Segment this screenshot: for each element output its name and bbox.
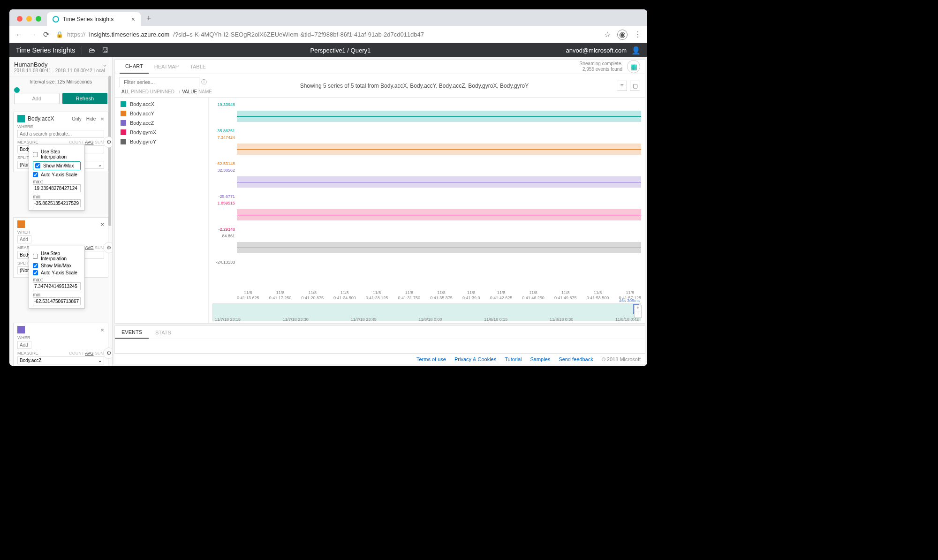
tab-chart[interactable]: CHART (120, 60, 149, 74)
sort-unpinned[interactable]: UNPINNED (150, 89, 174, 94)
chart-area[interactable]: 11/80:41:13.62511/80:41:17.25011/80:41:2… (209, 98, 645, 323)
zoom-in-button[interactable]: + (635, 305, 641, 311)
settings-popover-2: Use Step Interpolation Show Min/Max Auto… (29, 246, 85, 309)
copyright: © 2018 Microsoft (602, 356, 641, 362)
predicate-input[interactable] (17, 341, 31, 349)
user-avatar-icon[interactable]: 👤 (631, 46, 641, 55)
new-tab-button[interactable]: + (141, 14, 157, 26)
back-button[interactable]: ← (15, 30, 23, 39)
measure-select[interactable]: Body.accZ⌄ (17, 356, 104, 364)
min-input[interactable] (33, 297, 81, 305)
sort-all[interactable]: ALL (121, 89, 129, 94)
samples-link[interactable]: Samples (530, 356, 551, 362)
save-icon[interactable]: 🖫 (102, 46, 108, 54)
series-row[interactable]: Body.accZ (115, 118, 208, 128)
sort-pinned[interactable]: PINNED (131, 89, 149, 94)
help-icon[interactable]: ⓘ (201, 78, 207, 86)
chart-toolbar: ⓘ ALL PINNED UNPINNED ↕ VALUE NAME Showi… (114, 74, 645, 98)
close-icon[interactable]: × (100, 115, 104, 122)
gear-icon[interactable]: ⚙ (103, 348, 113, 359)
close-window-icon[interactable] (17, 16, 23, 22)
time-range: 2018-11-08 00:41 - 2018-11-08 00:42 Loca… (14, 68, 107, 73)
open-folder-icon[interactable]: 🗁 (89, 46, 95, 54)
status-line-1: Streaming complete. (579, 61, 622, 67)
y-max-label: 19.33948 (211, 102, 235, 107)
only-button[interactable]: Only (72, 116, 82, 121)
forward-button[interactable]: → (29, 30, 37, 39)
gear-icon[interactable]: ⚙ (103, 136, 113, 148)
timeline-tick: 11/7/18 23:15 (215, 317, 241, 322)
feedback-link[interactable]: Send feedback (559, 356, 593, 362)
auto-y-scale-toggle[interactable]: Auto Y-axis Scale (33, 172, 81, 177)
series-row[interactable]: Body.accY (115, 109, 208, 118)
sort-name[interactable]: NAME (198, 89, 212, 94)
min-label: min: (33, 292, 81, 297)
series-track (237, 149, 641, 150)
series-track (237, 182, 641, 182)
hide-button[interactable]: Hide (86, 116, 96, 121)
step-interpolation-toggle[interactable]: Use Step Interpolation (33, 251, 81, 261)
tab-events[interactable]: EVENTS (115, 326, 149, 339)
tutorial-link[interactable]: Tutorial (505, 356, 522, 362)
x-tick: 11/80:41:49.875 (554, 290, 577, 301)
gear-icon[interactable]: ⚙ (103, 242, 113, 253)
y-min-label: -2.29348 (211, 227, 235, 232)
minimize-window-icon[interactable] (26, 16, 32, 22)
y-max-label: 84.861 (211, 234, 235, 238)
footer: Terms of use Privacy & Cookies Tutorial … (114, 354, 645, 364)
color-swatch (121, 101, 126, 107)
url-field[interactable]: 🔒 https://insights.timeseries.azure.com/… (56, 31, 598, 38)
timeline-tick: 11/8/18 0:15 (484, 317, 507, 322)
tab-table[interactable]: TABLE (184, 60, 212, 74)
grid-view-icon[interactable]: ▦ (627, 60, 640, 73)
tab-heatmap[interactable]: HEATMAP (149, 60, 184, 74)
maximize-window-icon[interactable] (36, 16, 41, 22)
predicate-input[interactable] (17, 235, 31, 243)
privacy-link[interactable]: Privacy & Cookies (454, 356, 496, 362)
series-label: Body.accY (130, 111, 154, 116)
stack-icon[interactable]: ≡ (617, 81, 627, 91)
timeline-tick: 11/7/18 23:45 (351, 317, 377, 322)
auto-y-scale-toggle[interactable]: Auto Y-axis Scale (33, 270, 81, 275)
query-sidebar: HumanBody ⌄ 2018-11-08 00:41 - 2018-11-0… (9, 57, 113, 366)
terms-link[interactable]: Terms of use (416, 356, 446, 362)
timeline-brush[interactable]: 46s 305ms +− 11/7/18 23:1511/7/18 23:301… (212, 303, 641, 321)
timeline-tick: 11/8/18 0:42 (615, 317, 639, 322)
close-icon[interactable]: × (100, 221, 104, 228)
filter-series-input[interactable] (120, 77, 199, 87)
chevron-down-icon[interactable]: ⌄ (102, 61, 107, 68)
favicon-icon (53, 16, 59, 23)
min-input[interactable] (33, 199, 81, 207)
series-label: Body.accZ (130, 120, 154, 126)
profile-icon[interactable]: ◉ (617, 30, 628, 40)
predicate-input[interactable] (17, 130, 104, 138)
sort-value[interactable]: VALUE (182, 89, 197, 94)
browser-tab[interactable]: Time Series Insights × (47, 12, 141, 26)
close-tab-icon[interactable]: × (131, 15, 135, 23)
star-icon[interactable]: ☆ (604, 30, 611, 39)
y-max-label: 7.347424 (211, 135, 235, 140)
close-icon[interactable]: × (100, 326, 104, 333)
y-min-label: -24.13133 (211, 260, 235, 265)
series-row[interactable]: Body.gyroY (115, 137, 208, 146)
reload-button[interactable]: ⟳ (43, 30, 49, 39)
x-tick: 11/80:41:17.250 (269, 290, 292, 301)
user-email[interactable]: anvod@microsoft.com (566, 47, 627, 54)
timeline-tick: 11/8/18 0:00 (418, 317, 442, 322)
add-button[interactable]: Add (14, 93, 60, 104)
tab-stats[interactable]: STATS (149, 326, 178, 339)
show-minmax-toggle[interactable]: Show Min/Max (33, 263, 81, 268)
show-minmax-toggle[interactable]: Show Min/Max (33, 161, 81, 170)
max-input[interactable] (33, 184, 81, 192)
series-row[interactable]: Body.gyroX (115, 128, 208, 137)
browser-tab-strip: Time Series Insights × + (9, 9, 647, 26)
environment-name: HumanBody (14, 61, 48, 68)
refresh-button[interactable]: Refresh (62, 93, 108, 104)
step-interpolation-toggle[interactable]: Use Step Interpolation (33, 149, 81, 159)
marker-icon[interactable]: ▢ (630, 81, 640, 91)
menu-icon[interactable]: ⋮ (634, 30, 642, 39)
scrollbar-thumb[interactable] (108, 76, 111, 226)
series-row[interactable]: Body.accX (115, 99, 208, 109)
color-swatch (121, 129, 126, 135)
max-input[interactable] (33, 282, 81, 290)
